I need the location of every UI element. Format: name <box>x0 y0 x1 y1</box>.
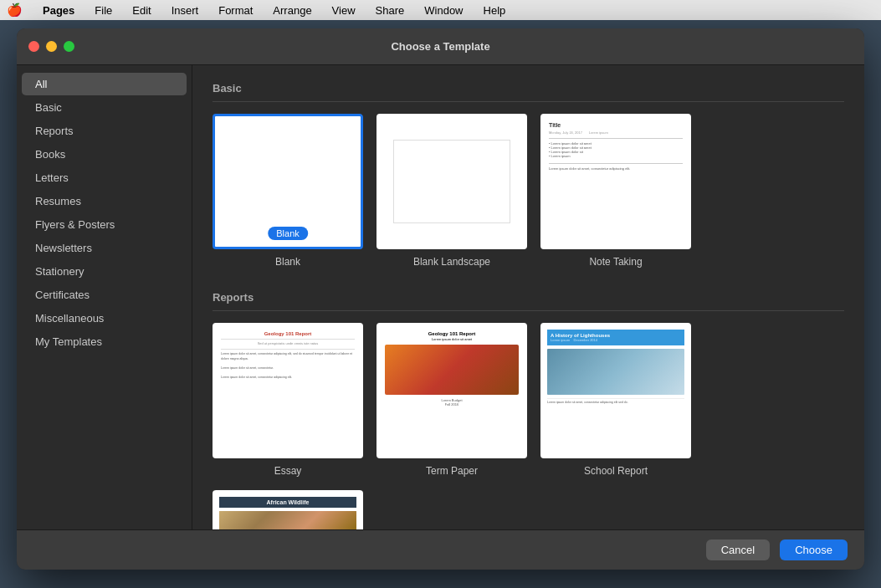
note-taking-content: Title Monday, July 24, 2017 Lorem ipsum … <box>542 115 689 177</box>
sidebar-item-flyers-posters[interactable]: Flyers & Posters <box>22 213 187 236</box>
sidebar-item-reports[interactable]: Reports <box>22 120 187 142</box>
titlebar: Choose a Template <box>17 28 864 65</box>
template-term-paper[interactable]: Geology 101 ReportLorem ipsum dolor sit … <box>376 323 527 477</box>
template-essay[interactable]: Geology 101 Report Sed ut perspiciatis u… <box>213 323 363 477</box>
sidebar-item-letters[interactable]: Letters <box>22 166 187 189</box>
minimize-button[interactable] <box>46 41 57 52</box>
blank-badge: Blank <box>268 227 308 240</box>
template-visual-report-thumb: African Wildlife <box>213 490 363 529</box>
school-report-image <box>547 349 684 395</box>
term-paper-image <box>385 345 519 395</box>
template-blank-thumb: Blank <box>213 114 363 249</box>
template-school-report[interactable]: A History of Lighthouses Lorem ipsum Dec… <box>540 323 691 477</box>
template-note-taking[interactable]: Title Monday, July 24, 2017 Lorem ipsum … <box>540 114 691 268</box>
basic-template-grid: Blank Blank Blank Landscape Title <box>213 114 844 268</box>
menu-file[interactable]: File <box>91 4 115 17</box>
template-blank-landscape[interactable]: Blank Landscape <box>376 114 527 268</box>
essay-content: Geology 101 Report Sed ut perspiciatis u… <box>214 325 361 387</box>
template-term-paper-thumb: Geology 101 ReportLorem ipsum dolor sit … <box>376 323 527 458</box>
template-blank-landscape-label: Blank Landscape <box>413 256 490 268</box>
template-school-report-thumb: A History of Lighthouses Lorem ipsum Dec… <box>540 323 691 458</box>
template-essay-thumb: Geology 101 Report Sed ut perspiciatis u… <box>213 323 363 458</box>
choose-template-window: Choose a Template All Basic Reports Book… <box>17 28 864 570</box>
cancel-button[interactable]: Cancel <box>706 539 770 560</box>
sidebar-item-resumes[interactable]: Resumes <box>22 190 187 212</box>
maximize-button[interactable] <box>64 41 74 52</box>
menu-format[interactable]: Format <box>215 4 256 17</box>
term-paper-content: Geology 101 ReportLorem ipsum dolor sit … <box>378 325 525 413</box>
template-essay-label: Essay <box>274 465 302 477</box>
main-layout: All Basic Reports Books Letters Resumes … <box>17 65 864 529</box>
menu-help[interactable]: Help <box>480 4 510 17</box>
sidebar-item-all[interactable]: All <box>22 73 187 95</box>
close-button[interactable] <box>28 41 39 52</box>
sidebar-item-books[interactable]: Books <box>22 143 187 166</box>
template-content: Basic Blank Blank Blank Landscape <box>192 65 864 529</box>
template-blank-label: Blank <box>275 256 300 268</box>
school-report-content: A History of Lighthouses Lorem ipsum Dec… <box>542 325 689 410</box>
template-blank-landscape-thumb <box>376 114 527 249</box>
choose-button[interactable]: Choose <box>780 539 848 560</box>
apple-icon[interactable]: 🍎 <box>7 3 23 18</box>
section-reports: Reports <box>213 291 844 311</box>
window-controls <box>28 41 74 52</box>
menu-pages[interactable]: Pages <box>39 4 78 17</box>
template-school-report-label: School Report <box>584 465 648 477</box>
window-title: Choose a Template <box>391 40 489 53</box>
reports-template-grid: Geology 101 Report Sed ut perspiciatis u… <box>213 323 844 529</box>
bottom-bar: Cancel Choose <box>17 529 864 570</box>
sidebar: All Basic Reports Books Letters Resumes … <box>17 65 192 529</box>
menu-insert[interactable]: Insert <box>168 4 202 17</box>
visual-report-image <box>219 511 356 529</box>
sidebar-item-stationery[interactable]: Stationery <box>22 260 187 283</box>
section-basic: Basic <box>213 82 844 102</box>
menu-share[interactable]: Share <box>372 4 408 17</box>
visual-report-content: African Wildlife <box>214 492 361 529</box>
menubar: 🍎 Pages File Edit Insert Format Arrange … <box>0 0 881 20</box>
sidebar-item-basic[interactable]: Basic <box>22 96 187 119</box>
menu-arrange[interactable]: Arrange <box>269 4 315 17</box>
template-note-taking-label: Note Taking <box>589 256 642 268</box>
menu-edit[interactable]: Edit <box>129 4 154 17</box>
sidebar-item-certificates[interactable]: Certificates <box>22 284 187 306</box>
sidebar-item-my-templates[interactable]: My Templates <box>22 330 187 353</box>
template-note-taking-thumb: Title Monday, July 24, 2017 Lorem ipsum … <box>540 114 691 249</box>
sidebar-item-newsletters[interactable]: Newsletters <box>22 237 187 259</box>
menu-view[interactable]: View <box>329 4 359 17</box>
menu-window[interactable]: Window <box>421 4 466 17</box>
landscape-inner <box>393 140 510 223</box>
template-visual-report[interactable]: African Wildlife Visual Report <box>213 490 363 529</box>
template-blank[interactable]: Blank Blank <box>213 114 363 268</box>
template-term-paper-label: Term Paper <box>426 465 478 477</box>
sidebar-item-miscellaneous[interactable]: Miscellaneous <box>22 307 187 330</box>
